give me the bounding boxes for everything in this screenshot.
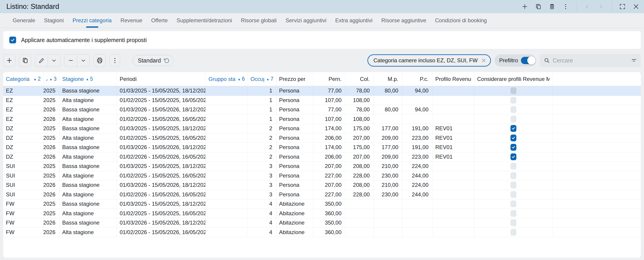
revenue-profile-checkbox — [510, 97, 516, 104]
tab-stagioni[interactable]: Stagioni — [44, 13, 64, 28]
table-row[interactable]: DZ2025Bassa stagione01/03/2025 - 15/05/2… — [3, 124, 641, 133]
cell-pc: 191,00 — [402, 143, 432, 152]
table-row[interactable]: SUI2026Alta stagione01/02/2026 - 15/05/2… — [3, 190, 641, 199]
tab-extra-aggiuntivi[interactable]: Extra aggiuntivi — [335, 13, 372, 28]
delete-icon[interactable] — [548, 3, 556, 11]
cell-col: 208,00 — [346, 180, 374, 190]
revenue-profile-checkbox[interactable] — [510, 153, 516, 160]
revenue-profile-checkbox — [510, 219, 516, 226]
duplicate-icon[interactable] — [534, 3, 542, 11]
sort-order-number: 2 — [38, 76, 41, 82]
revenue-profile-checkbox — [510, 210, 516, 217]
cell-occupazione: 4 — [248, 228, 276, 237]
column-header-pc[interactable]: P.c. — [402, 72, 432, 86]
cell-col: 207,00 — [346, 152, 374, 162]
add-icon[interactable] — [521, 3, 529, 11]
more-actions-button[interactable] — [110, 54, 120, 67]
column-header-mp[interactable]: M.p. — [374, 72, 402, 86]
table-row[interactable]: FW2026Alta stagione01/02/2026 - 15/05/20… — [3, 228, 641, 237]
kebab-menu-icon[interactable] — [562, 3, 570, 11]
prefilter-toggle[interactable] — [521, 56, 534, 65]
cell-anno: 2026 — [44, 190, 60, 199]
cell-periodi: 01/02/2025 - 15/05/2025, 16/05/2025 - 17… — [117, 96, 206, 105]
duplicate-row-button[interactable] — [19, 54, 31, 67]
revenue-profile-checkbox[interactable] — [510, 144, 516, 151]
remove-options-chevron-down-icon[interactable] — [77, 54, 90, 67]
column-header-col[interactable]: Col. — [346, 72, 374, 86]
edit-options-chevron-down-icon[interactable] — [48, 54, 60, 67]
edit-icon[interactable] — [35, 54, 48, 67]
cell-mp: 80,00 — [374, 105, 402, 114]
cell-pern: 174,00 — [313, 143, 346, 152]
filter-list-icon[interactable] — [631, 57, 637, 64]
tab-condizioni-di-booking[interactable]: Condizioni di booking — [435, 13, 487, 28]
cell-periodi: 01/02/2025 - 15/05/2025, 16/05/2025 - 17… — [117, 171, 206, 180]
print-button[interactable] — [94, 54, 106, 67]
sort-ascending-icon: ▲7 — [266, 76, 274, 82]
view-preset-chip[interactable]: Standard — [132, 55, 174, 66]
cell-considerare — [474, 133, 552, 143]
cell-stagione: Bassa stagione — [60, 105, 117, 114]
fullscreen-icon[interactable] — [618, 3, 626, 11]
tab-servizi-aggiuntivi[interactable]: Servizi aggiuntivi — [286, 13, 326, 28]
column-header-periodi[interactable]: Periodi — [117, 72, 206, 86]
column-header-categoria[interactable]: Categoria camer▲2 — [3, 72, 44, 86]
column-header-stagione[interactable]: Stagione▲5 — [60, 72, 117, 86]
cell-periodi: 01/02/2025 - 15/05/2025, 16/05/2025 - 17… — [117, 133, 206, 143]
table-row[interactable]: DZ2026Bassa stagione01/03/2026 - 15/05/2… — [3, 143, 641, 152]
column-header-gruppo[interactable]: Gruppo stagioni▲6 — [206, 72, 248, 86]
cell-categoria: DZ — [3, 152, 44, 162]
category-filter-chip[interactable]: Categoria camere incluso EZ, DZ, SUI, FW — [368, 54, 491, 67]
column-header-filler — [552, 72, 641, 86]
cell-pern: 174,00 — [313, 124, 346, 133]
cell-prezzo_per: Abitazione — [276, 228, 313, 237]
column-header-considerare[interactable]: Considerare profili Revenue Management — [474, 72, 552, 86]
cell-profilo — [432, 190, 474, 199]
tab-risorse-globali[interactable]: Risorse globali — [241, 13, 276, 28]
auto-supplements-checkbox[interactable] — [9, 37, 16, 43]
table-row[interactable]: DZ2025Alta stagione01/02/2025 - 15/05/20… — [3, 133, 641, 143]
remove-icon[interactable] — [64, 54, 77, 67]
column-header-profilo[interactable]: Profilo Revenue Mana — [432, 72, 474, 86]
cell-mp: 230,00 — [374, 171, 402, 180]
add-row-button[interactable] — [3, 54, 15, 67]
tab-generale[interactable]: Generale — [13, 13, 35, 28]
column-label: Pern. — [328, 76, 342, 82]
table-row[interactable]: EZ2025Bassa stagione01/03/2025 - 15/05/2… — [3, 86, 641, 96]
search-input[interactable] — [553, 57, 628, 64]
cell-categoria: EZ — [3, 86, 44, 95]
table-row[interactable]: DZ2026Alta stagione01/02/2026 - 15/05/20… — [3, 152, 641, 162]
table-row[interactable]: FW2025Bassa stagione01/03/2025 - 15/05/2… — [3, 199, 641, 209]
column-header-anno[interactable]: Ar▲3 — [44, 72, 60, 86]
tab-revenue[interactable]: Revenue — [120, 13, 142, 28]
cell-considerare — [474, 86, 552, 95]
table-row[interactable]: FW2026Bassa stagione01/03/2026 - 15/05/2… — [3, 218, 641, 228]
column-header-occupazione[interactable]: Occupazi▲7 — [248, 72, 276, 86]
table-row[interactable]: EZ2026Alta stagione01/02/2026 - 15/05/20… — [3, 115, 641, 124]
column-header-prezzo_per[interactable]: Prezzo per — [276, 72, 313, 86]
table-row[interactable]: EZ2025Alta stagione01/02/2025 - 15/05/20… — [3, 96, 641, 105]
table-row[interactable]: SUI2025Bassa stagione01/03/2025 - 15/05/… — [3, 162, 641, 171]
revenue-profile-checkbox[interactable] — [510, 135, 516, 141]
table-row[interactable]: SUI2026Bassa stagione01/03/2026 - 15/05/… — [3, 180, 641, 190]
tab-risorse-aggiuntive[interactable]: Risorse aggiuntive — [381, 13, 426, 28]
table-row[interactable]: FW2025Alta stagione01/02/2025 - 15/05/20… — [3, 209, 641, 218]
table-row[interactable]: SUI2025Alta stagione01/02/2025 - 15/05/2… — [3, 171, 641, 181]
remove-filter-close-icon[interactable] — [481, 58, 487, 63]
column-header-pern[interactable]: Pern. — [313, 72, 346, 86]
cell-anno: 2025 — [44, 209, 60, 218]
cell-mp: 80,00 — [374, 86, 402, 95]
cell-occupazione: 3 — [248, 171, 276, 180]
table-row[interactable]: EZ2026Bassa stagione01/03/2026 - 15/05/2… — [3, 105, 641, 115]
tab-prezzi-categoria[interactable]: Prezzi categoria — [72, 13, 112, 28]
cell-col: 175,00 — [346, 143, 374, 152]
tab-supplementi-detrazioni[interactable]: Supplementi/detrazioni — [177, 13, 232, 28]
cell-prezzo_per: Persona — [276, 115, 313, 124]
cell-prezzo_per: Persona — [276, 162, 313, 171]
revenue-profile-checkbox[interactable] — [510, 125, 516, 132]
cell-pc — [402, 199, 432, 209]
cell-gruppo — [206, 152, 248, 162]
close-icon[interactable] — [632, 3, 640, 11]
tab-offerte[interactable]: Offerte — [151, 13, 168, 28]
page-title: Listino: Standard — [6, 3, 59, 11]
